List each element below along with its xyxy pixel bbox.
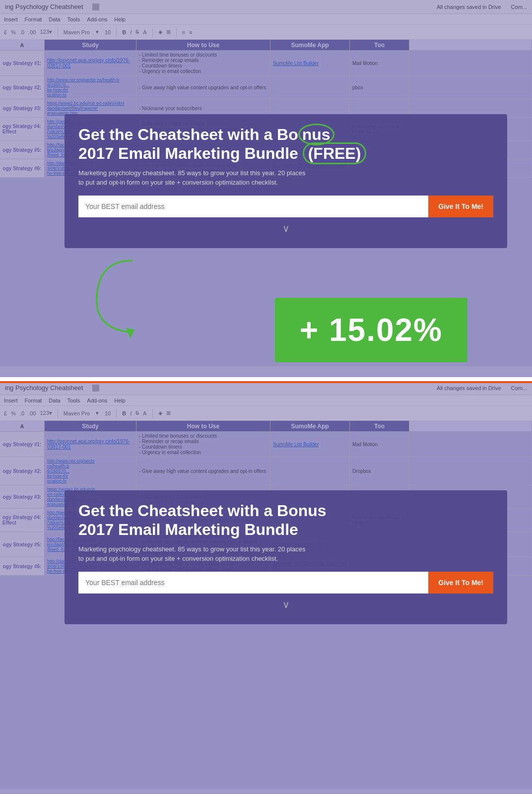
email-input[interactable]: [78, 196, 428, 217]
popup-box: Get the Cheatsheet with a Bonus 2017 Ema…: [65, 114, 507, 248]
popup-chevron-bottom: ∨: [78, 598, 493, 610]
percentage-value: + 15.02%: [300, 312, 443, 348]
popup-subtext-bottom: Marketing psychology cheatsheet. 85 ways…: [78, 544, 493, 564]
popup-headline: Get the Cheatsheet with a Bonus 2017 Ema…: [78, 125, 493, 163]
popup-subtext: Marketing psychology cheatsheet. 85 ways…: [78, 168, 493, 188]
popup-headline-bottom: Get the Cheatsheet with a Bonus 2017 Ema…: [78, 501, 493, 539]
popup-form-bottom: Give It To Me!: [78, 572, 493, 594]
big-green-box: + 15.02%: [275, 298, 467, 362]
give-it-to-me-button[interactable]: Give It To Me!: [428, 196, 493, 217]
green-arrow: [89, 256, 149, 347]
bottom-section: ing Psychology Cheatsheet All changes sa…: [0, 381, 532, 794]
section-divider: [0, 377, 532, 381]
popup-form: Give It To Me!: [78, 196, 493, 217]
bonus-highlight: nus: [298, 124, 334, 145]
top-section: ing Psychology Cheatsheet All changes sa…: [0, 0, 532, 377]
popup-box-bottom: Get the Cheatsheet with a Bonus 2017 Ema…: [65, 490, 507, 624]
svg-marker-0: [126, 328, 135, 339]
give-it-to-me-button-bottom[interactable]: Give It To Me!: [428, 572, 493, 594]
free-highlight: (FREE): [303, 142, 367, 164]
email-input-bottom[interactable]: [78, 572, 428, 594]
popup-chevron: ∨: [78, 222, 493, 234]
orange-top-border: [0, 381, 532, 383]
